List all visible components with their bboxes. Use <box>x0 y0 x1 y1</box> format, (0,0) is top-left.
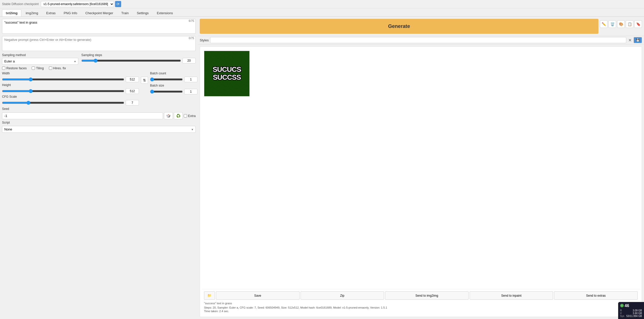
batch-size-value[interactable] <box>184 89 197 94</box>
image-prompt-text: "success" text in grass <box>204 301 638 306</box>
image-actions: 📁 Save Zip Send to img2img Send to inpai… <box>204 291 638 300</box>
generated-image[interactable]: SUCUCS SUCCSS <box>204 51 250 96</box>
sampling-method-select[interactable]: Euler a <box>2 58 78 65</box>
hires-fix-checkbox[interactable]: Hires. fix <box>49 66 66 70</box>
swap-dimensions-button[interactable]: ⇅ <box>141 77 148 84</box>
seed-col: Seed 🎲 ♻️ Extra <box>2 107 196 119</box>
negative-prompt-section: 0/75 <box>2 36 196 52</box>
model-refresh-button[interactable]: ⟳ <box>115 1 121 7</box>
sampling-method-col: Sampling method Euler a ▼ <box>2 53 78 65</box>
seed-recycle-button[interactable]: ♻️ <box>174 112 183 119</box>
negative-prompt-counter: 0/75 <box>189 37 194 40</box>
right-panel: Generate ✏️ 🗑️ 🎨 📋 🔖 Styles <box>198 17 644 319</box>
grass-text-overlay: SUCUCS SUCCSS <box>213 66 241 81</box>
model-dropdown[interactable]: v1-5-pruned-emaonly.safetensors [6ce0161… <box>41 1 114 7</box>
batch-count-slider-row <box>150 77 196 82</box>
tab-pnginfo[interactable]: PNG Info <box>60 9 81 16</box>
generate-button[interactable]: Generate <box>200 19 598 34</box>
cfg-slider-row <box>2 100 139 106</box>
sampling-steps-value[interactable] <box>182 58 196 63</box>
top-bar: Stable Diffusion checkpoint v1-5-pruned-… <box>0 0 644 8</box>
tiling-checkbox[interactable]: Tiling <box>32 66 44 70</box>
styles-select[interactable] <box>210 37 626 43</box>
cfg-scale-row: CFG Scale <box>2 95 139 106</box>
sampling-steps-slider[interactable] <box>81 59 181 63</box>
seed-label: Seed <box>2 107 196 111</box>
script-select-wrapper: None ▼ <box>2 126 196 133</box>
vram-used-row: V 3.60 GB <box>620 312 642 315</box>
positive-prompt-section: 6/75 <box>2 19 196 35</box>
width-slider-row <box>2 77 139 82</box>
sampling-steps-slider-row <box>81 58 196 63</box>
height-slider-row <box>2 88 139 94</box>
sampling-method-label: Sampling method <box>2 53 78 57</box>
seed-section: Seed 🎲 ♻️ Extra <box>2 107 196 119</box>
styles-select-wrapper <box>210 37 626 43</box>
vram-total-value: 3.09 GB <box>633 309 642 312</box>
batch-size-row: Batch size <box>150 84 196 94</box>
height-slider[interactable] <box>2 89 124 93</box>
tab-checkpoint-merger[interactable]: Checkpoint Merger <box>82 9 117 16</box>
script-section: Script None ▼ <box>2 121 196 133</box>
left-panel: 6/75 0/75 Sampling method Euler a ▼ <box>0 17 198 319</box>
open-folder-button[interactable]: 📁 <box>204 291 215 300</box>
script-select[interactable]: None <box>2 126 196 133</box>
batch-count-label: Batch count <box>150 72 196 75</box>
pencil-icon-button[interactable]: ✏️ <box>600 20 608 28</box>
bookmark-icon-button[interactable]: 🔖 <box>634 20 642 28</box>
styles-row: Styles ✕ 💾 <box>198 36 644 44</box>
vram-total-row: R 3.09 GB <box>620 309 642 312</box>
styles-clear-button[interactable]: ✕ <box>628 37 632 43</box>
dim-left: Width Height <box>2 72 139 106</box>
tab-extras[interactable]: Extras <box>42 9 59 16</box>
nav-tabs: txt2img img2img Extras PNG Info Checkpoi… <box>0 8 644 17</box>
dims-and-batch: Width Height <box>2 72 196 106</box>
cfg-scale-value[interactable] <box>126 100 139 106</box>
positive-prompt-counter: 6/75 <box>189 19 194 22</box>
sampling-row: Sampling method Euler a ▼ Sampling steps <box>2 53 196 65</box>
seed-dice-button[interactable]: 🎲 <box>164 112 173 119</box>
image-bottom: 📁 Save Zip Send to img2img Send to inpai… <box>202 289 640 315</box>
sys-total-row: Sys 53/11.994 GB <box>620 315 642 317</box>
batch-size-slider[interactable] <box>150 90 183 94</box>
trash-icon-button[interactable]: 🗑️ <box>609 20 616 28</box>
seed-input[interactable] <box>2 112 163 119</box>
clipboard-icon-button[interactable]: 📋 <box>626 20 633 28</box>
restore-faces-checkbox[interactable]: Restore faces <box>2 66 27 70</box>
cfg-scale-slider[interactable] <box>2 101 124 105</box>
styles-save-button[interactable]: 💾 <box>634 37 642 43</box>
batch-size-slider-row <box>150 89 196 94</box>
negative-prompt-input[interactable] <box>2 36 196 51</box>
tab-extensions[interactable]: Extensions <box>153 9 177 16</box>
height-row: Height <box>2 83 139 94</box>
status-icon: ✓ <box>620 304 624 307</box>
image-time: Time taken: 2.4 sec. <box>204 310 638 313</box>
batch-count-row: Batch count <box>150 72 196 82</box>
height-value[interactable] <box>126 88 139 94</box>
width-row: Width <box>2 72 139 82</box>
positive-prompt-input[interactable] <box>2 19 196 34</box>
style-icon-button[interactable]: 🎨 <box>617 20 625 28</box>
tab-train[interactable]: Train <box>118 9 133 16</box>
save-button[interactable]: Save <box>216 291 300 300</box>
tab-settings[interactable]: Settings <box>133 9 153 16</box>
tab-txt2img[interactable]: txt2img <box>2 9 21 16</box>
model-selector: v1-5-pruned-emaonly.safetensors [6ce0161… <box>41 1 121 7</box>
seed-input-row: 🎲 ♻️ Extra <box>2 112 196 119</box>
action-icons: ✏️ 🗑️ 🎨 📋 🔖 <box>600 20 642 28</box>
batch-count-slider[interactable] <box>150 77 183 81</box>
width-slider[interactable] <box>2 77 124 81</box>
image-params-text: Steps: 20, Sampler: Euler a, CFG scale: … <box>204 306 638 310</box>
send-to-img2img-button[interactable]: Send to img2img <box>385 291 469 300</box>
zip-button[interactable]: Zip <box>301 291 384 300</box>
send-to-inpaint-button[interactable]: Send to inpaint <box>470 291 553 300</box>
send-to-extras-button[interactable]: Send to extras <box>554 291 638 300</box>
image-info: "success" text in grass Steps: 20, Sampl… <box>204 301 638 310</box>
swap-col: ⇅ <box>141 77 148 84</box>
cfg-scale-label: CFG Scale <box>2 95 139 98</box>
tab-img2img[interactable]: img2img <box>22 9 42 16</box>
batch-count-value[interactable] <box>184 77 197 82</box>
extra-checkbox[interactable]: Extra <box>184 114 196 118</box>
usage-number: 46 <box>625 304 629 308</box>
width-value[interactable] <box>126 77 139 82</box>
